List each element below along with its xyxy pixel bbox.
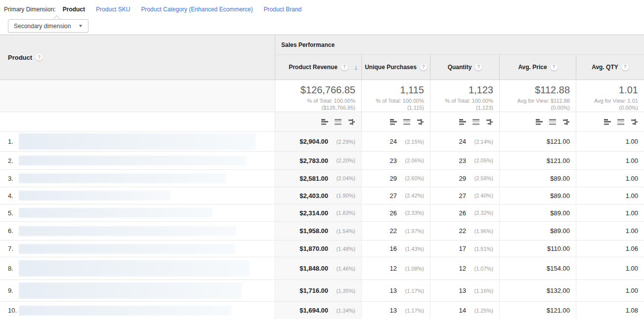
revenue-percent: (1.54%) [333,228,355,234]
display-options-avg-price [499,112,576,131]
product-cell[interactable]: 3. [0,170,275,187]
column-display-options-row [0,112,644,131]
sort-descending-arrow-icon[interactable]: ↓ [354,62,358,71]
avg-price-value: $154.00 [547,265,570,272]
avg-price-cell: $121.00 [499,302,576,319]
revenue-percent: (1.83%) [333,210,355,216]
pivot-sort-icon[interactable] [631,119,638,125]
help-icon[interactable]: ? [475,64,482,71]
display-options-quantity [430,112,499,131]
unique-purchases-cell: 26 (2.33%) [361,204,430,221]
totals-subtext: (1,123) [430,104,493,111]
primary-dimension-tab-product-sku[interactable]: Product SKU [96,6,130,13]
avg-qty-cell: 1.00 [576,152,644,169]
product-column-header[interactable]: Product ? [0,35,275,80]
product-revenue-cell: $2,783.00 (2.20%) [275,152,361,169]
revenue-value: $2,783.00 [300,157,328,164]
primary-dimension-label: Primary Dimension: [4,6,56,13]
pivot-sort-icon[interactable] [562,119,569,125]
quantity-value: 17 [459,245,466,252]
help-icon[interactable]: ? [420,64,427,71]
table-row: 7. $1,870.00 (1.48%) 16 (1.43%) 17 (1.51… [0,240,644,257]
purchases-percent: (1.17%) [401,308,424,314]
avg-qty-value: 1.00 [626,138,638,145]
quantity-value: 12 [459,265,466,272]
avg-price-cell: $89.00 [499,204,576,221]
display-options-product-cell [0,112,275,131]
pivot-sort-icon[interactable] [486,119,493,125]
bar-chart-descending-icon[interactable] [604,119,611,125]
product-name-redacted [19,156,247,165]
revenue-value: $1,870.00 [300,245,328,252]
product-cell[interactable]: 5. [0,204,275,221]
purchases-value: 27 [390,192,397,199]
table-row: 5. $2,314.00 (1.83%) 26 (2.33%) 26 (2.32… [0,204,644,221]
bar-chart-descending-icon[interactable] [390,119,397,125]
quantity-value: 23 [459,157,466,164]
unique-purchases-cell: 13 (1.17%) [361,302,430,319]
pivot-sort-icon[interactable] [417,119,424,125]
quantity-percent: (1.16%) [471,288,493,294]
quantity-percent: (2.58%) [471,175,493,181]
primary-dimension-tab-product[interactable]: Product [63,6,85,13]
bar-chart-descending-icon[interactable] [459,119,466,125]
avg-price-cell: $154.00 [499,257,576,279]
product-cell[interactable]: 10. [0,302,275,319]
quantity-value: 26 [459,209,466,217]
bar-chart-comparison-icon[interactable] [472,119,479,125]
column-header-label: Unique Purchases [365,64,417,71]
sales-performance-table: Product ? Sales Performance Product Reve… [0,35,644,319]
revenue-percent: (1.90%) [333,193,355,199]
avg-qty-cell: 1.00 [576,222,644,240]
secondary-dimension-button[interactable]: Secondary dimension ▼ [8,19,88,33]
help-icon[interactable]: ? [341,64,348,71]
avg-price-cell: $121.00 [499,132,576,151]
product-cell[interactable]: 8. [0,257,275,279]
product-cell[interactable]: 7. [0,240,275,257]
product-cell[interactable]: 4. [0,187,275,204]
primary-dimension-tab-product-category[interactable]: Product Category (Enhanced Ecommerce) [141,6,253,13]
column-header-avg-qty[interactable]: Avg. QTY ? [576,55,644,79]
unique-purchases-cell: 24 (2.15%) [361,132,430,151]
purchases-percent: (2.15%) [401,139,424,145]
purchases-percent: (1.08%) [401,266,424,272]
quantity-percent: (2.14%) [471,139,493,145]
avg-qty-value: 1.00 [626,157,638,164]
purchases-value: 29 [390,175,397,182]
column-header-quantity[interactable]: Quantity ? [430,55,499,79]
avg-price-value: $110.00 [547,245,570,252]
product-revenue-cell: $1,848.00 (1.46%) [275,257,361,279]
avg-price-value: $89.00 [550,209,570,217]
product-cell[interactable]: 1. [0,132,275,151]
bar-chart-comparison-icon[interactable] [335,119,342,125]
bar-chart-comparison-icon[interactable] [617,119,624,125]
bar-chart-descending-icon[interactable] [536,119,543,125]
revenue-percent: (1.34%) [333,308,355,314]
pivot-sort-icon[interactable] [348,119,355,125]
help-icon[interactable]: ? [622,64,629,71]
column-header-product-revenue[interactable]: Product Revenue ? ↓ [275,55,361,79]
product-name-redacted [19,282,242,299]
row-rank: 1. [8,138,19,145]
quantity-cell: 29 (2.58%) [430,170,499,187]
table-row: 3. $2,581.00 (2.04%) 29 (2.60%) 29 (2.58… [0,169,644,187]
primary-dimension-tab-product-brand[interactable]: Product Brand [264,6,302,13]
bar-chart-descending-icon[interactable] [321,119,328,125]
column-header-unique-purchases[interactable]: Unique Purchases ? [361,55,430,79]
row-rank: 2. [8,157,19,164]
product-cell[interactable]: 6. [0,222,275,240]
unique-purchases-cell: 29 (2.60%) [361,170,430,187]
totals-unique-purchases: 1,115 % of Total: 100.00% (1,115) [361,80,430,112]
product-cell[interactable]: 2. [0,152,275,169]
table-row: 9. $1,716.00 (1.35%) 13 (1.17%) 13 (1.16… [0,279,644,301]
help-icon[interactable]: ? [551,64,558,71]
bar-chart-comparison-icon[interactable] [549,119,556,125]
column-header-avg-price[interactable]: Avg. Price ? [499,55,576,79]
product-revenue-cell: $1,694.00 (1.34%) [275,302,361,319]
totals-subtext: Avg for View: $112.88 [500,97,570,104]
help-icon[interactable]: ? [36,54,43,61]
product-cell[interactable]: 9. [0,280,275,301]
purchases-value: 24 [390,138,397,145]
bar-chart-comparison-icon[interactable] [403,119,410,125]
product-revenue-cell: $2,904.00 (2.29%) [275,132,361,151]
